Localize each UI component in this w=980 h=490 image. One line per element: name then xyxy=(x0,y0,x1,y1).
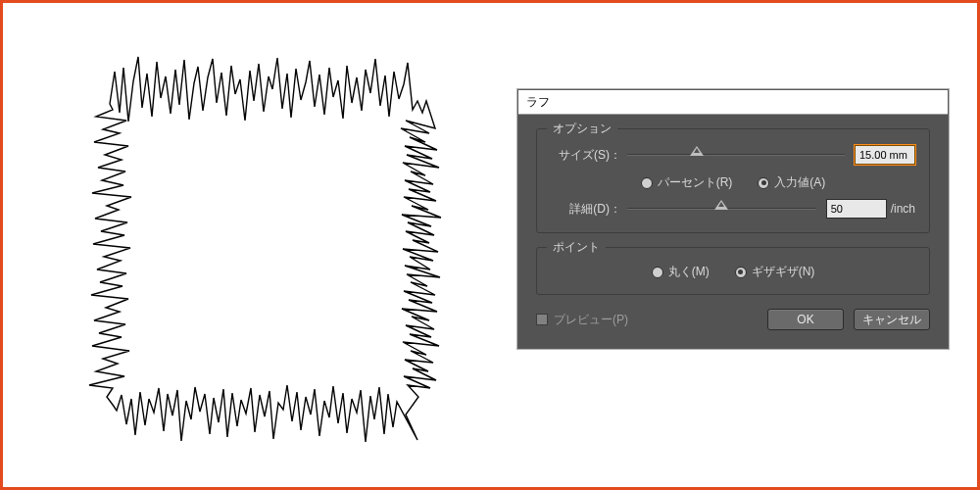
detail-row: 詳細(D)： /inch xyxy=(551,199,915,219)
absolute-radio-label: 入力値(A) xyxy=(774,174,825,191)
artwork-preview xyxy=(42,23,473,464)
points-legend: ポイント xyxy=(547,239,606,256)
dialog-title[interactable]: ラフ xyxy=(518,90,948,115)
size-label: サイズ(S)： xyxy=(551,147,627,164)
detail-slider[interactable] xyxy=(627,200,816,218)
button-row: OK キャンセル xyxy=(767,309,930,330)
size-input[interactable] xyxy=(855,145,915,165)
size-slider-thumb[interactable] xyxy=(690,146,704,160)
size-row: サイズ(S)： xyxy=(551,145,915,165)
roughen-dialog: ラフ オプション サイズ(S)： パーセント(R) 入力値(A xyxy=(517,89,949,349)
preview-checkbox-label: プレビュー(P) xyxy=(554,312,628,328)
jagged-radio-label: ギザギザ(N) xyxy=(752,264,815,280)
jagged-radio-dot xyxy=(735,267,747,278)
points-group: ポイント 丸く(M) ギザギザ(N) xyxy=(536,247,930,295)
percent-radio[interactable]: パーセント(R) xyxy=(641,174,733,191)
percent-radio-label: パーセント(R) xyxy=(658,174,733,191)
detail-slider-thumb[interactable] xyxy=(714,200,728,214)
dialog-body: オプション サイズ(S)： パーセント(R) 入力値(A) xyxy=(518,115,948,348)
round-radio-label: 丸く(M) xyxy=(668,264,710,280)
cancel-button[interactable]: キャンセル xyxy=(854,309,930,330)
size-slider[interactable] xyxy=(627,146,845,164)
detail-unit: /inch xyxy=(891,202,915,216)
percent-radio-dot xyxy=(641,177,653,189)
round-radio-dot xyxy=(652,267,663,278)
ok-button[interactable]: OK xyxy=(767,309,844,330)
size-type-radio-row: パーセント(R) 入力値(A) xyxy=(551,174,915,191)
preview-checkbox-box xyxy=(536,314,548,325)
roughen-path xyxy=(89,57,441,442)
dialog-footer: プレビュー(P) OK キャンセル xyxy=(536,309,930,330)
detail-input[interactable] xyxy=(826,199,887,219)
options-legend: オプション xyxy=(547,121,617,137)
size-slider-track xyxy=(627,154,845,156)
preview-checkbox[interactable]: プレビュー(P) xyxy=(536,312,628,328)
absolute-radio-dot xyxy=(758,177,769,189)
detail-label: 詳細(D)： xyxy=(551,201,627,218)
jagged-radio[interactable]: ギザギザ(N) xyxy=(735,264,815,280)
round-radio[interactable]: 丸く(M) xyxy=(652,264,710,280)
roughen-preview-svg xyxy=(42,23,473,464)
absolute-radio[interactable]: 入力値(A) xyxy=(758,174,825,191)
points-radio-row: 丸く(M) ギザギザ(N) xyxy=(551,264,915,280)
options-group: オプション サイズ(S)： パーセント(R) 入力値(A) xyxy=(536,128,930,233)
